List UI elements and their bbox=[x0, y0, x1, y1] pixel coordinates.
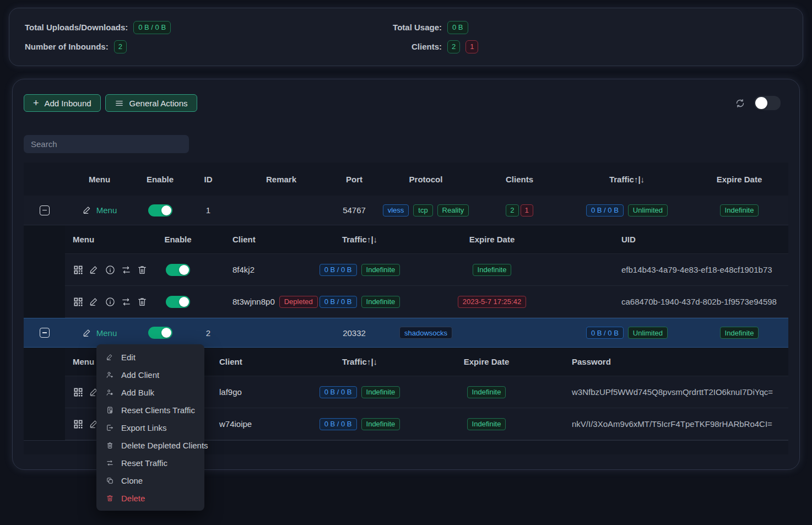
traffic-badge: 0 B / 0 B bbox=[586, 204, 624, 217]
header-traffic-sort[interactable]: Traffic↑|↓ bbox=[302, 235, 418, 244]
stat-total-uploads-downloads: Total Uploads/Downloads: 0 B / 0 B bbox=[25, 21, 389, 34]
header-uid: UID bbox=[566, 235, 788, 244]
inbound-menu-label: Menu bbox=[96, 328, 117, 338]
reset-traffic-icon[interactable] bbox=[121, 264, 132, 275]
search-input[interactable] bbox=[24, 135, 189, 153]
traffic-badge: 0 B / 0 B bbox=[320, 264, 357, 276]
client-name: 8t3wjnn8p0 bbox=[232, 297, 275, 306]
add-inbound-button[interactable]: + Add Inbound bbox=[24, 94, 101, 112]
number-of-inbounds-label: Number of Inbounds: bbox=[25, 42, 109, 51]
inbound-menu-button[interactable]: Menu bbox=[82, 328, 117, 338]
qr-code-icon[interactable] bbox=[73, 296, 84, 307]
toggle-knob bbox=[179, 265, 189, 275]
expire-badge: Indefinite bbox=[720, 204, 759, 217]
reset-traffic-icon[interactable] bbox=[121, 296, 132, 307]
client-name: laf9go bbox=[208, 387, 302, 397]
total-uploads-downloads-value: 0 B / 0 B bbox=[133, 21, 171, 34]
toggle-knob bbox=[755, 97, 767, 109]
header-traffic-sort[interactable]: Traffic↑|↓ bbox=[564, 175, 690, 184]
edit-client-icon[interactable] bbox=[89, 296, 100, 307]
client-name: w74ioipe bbox=[208, 419, 302, 429]
inbound-menu-button[interactable]: Menu bbox=[82, 205, 117, 215]
menu-item-reset-traffic[interactable]: Reset Traffic bbox=[96, 454, 204, 472]
delete-client-icon[interactable] bbox=[137, 264, 148, 275]
enable-toggle[interactable] bbox=[148, 327, 172, 339]
subtable-gutter bbox=[24, 225, 65, 318]
client-actions bbox=[73, 264, 148, 275]
clients-active-badge: 2 bbox=[506, 204, 518, 217]
clients-depleted-badge: 1 bbox=[521, 204, 533, 217]
client-uid: ca68470b-1940-437d-802b-1f9573e94598 bbox=[566, 297, 788, 306]
header-client: Client bbox=[208, 235, 302, 244]
menu-item-delete-depleted-clients[interactable]: Delete Depleted Clients bbox=[96, 436, 204, 454]
hamburger-icon bbox=[115, 99, 124, 108]
inbound-expire-cell: Indefinite bbox=[690, 204, 788, 217]
inbound-protocol-badges: vless tcp Reality bbox=[376, 204, 475, 217]
refresh-icon[interactable] bbox=[735, 98, 745, 109]
expire-badge: Indefinite bbox=[467, 418, 506, 430]
inbounds-table-header: Menu Enable ID Remark Port Protocol Clie… bbox=[24, 163, 788, 196]
clients-label: Clients: bbox=[389, 42, 442, 51]
reset-clients-traffic-icon bbox=[106, 406, 114, 414]
inbound-traffic-badges: 0 B / 0 B Unlimited bbox=[564, 327, 690, 339]
menu-item-export-links[interactable]: Export Links bbox=[96, 419, 204, 436]
quota-badge: Unlimited bbox=[628, 327, 668, 339]
transport-badge: tcp bbox=[413, 204, 432, 217]
qr-code-icon[interactable] bbox=[73, 387, 84, 398]
client-traffic-badges: 0 B / 0 B Indefinite bbox=[302, 264, 418, 276]
clone-icon bbox=[106, 477, 114, 485]
quota-badge: Indefinite bbox=[361, 264, 400, 276]
traffic-badge: 0 B / 0 B bbox=[320, 418, 357, 430]
inbound-protocol-badges: shadowsocks bbox=[376, 327, 475, 339]
header-client: Client bbox=[208, 357, 302, 366]
menu-item-clone[interactable]: Clone bbox=[96, 472, 204, 489]
plus-icon: + bbox=[33, 98, 39, 108]
delete-icon bbox=[106, 494, 114, 502]
header-traffic-sort[interactable]: Traffic↑|↓ bbox=[302, 357, 418, 366]
inbound-row-1: Menu 1 54767 vless tcp Reality 2 1 0 B /… bbox=[24, 196, 788, 225]
quota-badge: Unlimited bbox=[628, 204, 668, 217]
total-usage-value: 0 B bbox=[447, 21, 468, 34]
edit-client-icon[interactable] bbox=[89, 264, 100, 275]
collapse-row-button[interactable] bbox=[40, 328, 50, 338]
quota-badge: Indefinite bbox=[361, 296, 400, 308]
general-actions-button[interactable]: General Actions bbox=[105, 94, 197, 112]
header-port: Port bbox=[332, 175, 376, 184]
enable-toggle[interactable] bbox=[166, 296, 190, 308]
inbound-port: 20332 bbox=[332, 328, 376, 338]
clients-subtable-vless: Menu Enable Client Traffic↑|↓ Expire Dat… bbox=[24, 225, 788, 318]
delete-client-icon[interactable] bbox=[137, 296, 148, 307]
menu-item-add-bulk[interactable]: Add Bulk bbox=[96, 383, 204, 401]
stat-clients: Clients: 2 1 bbox=[389, 40, 478, 53]
stat-number-of-inbounds: Number of Inbounds: 2 bbox=[25, 40, 389, 53]
header-clients[interactable]: Clients bbox=[475, 175, 564, 184]
collapse-row-button[interactable] bbox=[40, 205, 50, 215]
dark-mode-toggle[interactable] bbox=[754, 96, 781, 110]
menu-item-label: Reset Traffic bbox=[121, 458, 167, 468]
enable-toggle[interactable] bbox=[166, 264, 190, 276]
header-enable: Enable bbox=[148, 235, 208, 244]
menu-item-reset-clients-traffic[interactable]: Reset Clients Traffic bbox=[96, 401, 204, 419]
add-client-icon bbox=[106, 371, 114, 379]
subtable-gutter bbox=[24, 348, 65, 440]
enable-toggle[interactable] bbox=[148, 204, 172, 217]
toolbar-right bbox=[735, 96, 788, 110]
menu-item-label: Add Client bbox=[121, 370, 159, 380]
info-icon[interactable] bbox=[105, 264, 116, 275]
menu-item-edit[interactable]: Edit bbox=[96, 348, 204, 366]
edit-pencil-icon bbox=[82, 328, 93, 338]
total-uploads-downloads-label: Total Uploads/Downloads: bbox=[25, 23, 128, 32]
stats-left-column: Total Uploads/Downloads: 0 B / 0 B Numbe… bbox=[25, 21, 389, 53]
menu-item-delete[interactable]: Delete bbox=[96, 489, 204, 507]
menu-item-add-client[interactable]: Add Client bbox=[96, 366, 204, 383]
protocol-badge: shadowsocks bbox=[399, 327, 452, 339]
stat-total-usage: Total Usage: 0 B bbox=[389, 21, 478, 34]
header-expire-date: Expire Date bbox=[418, 235, 566, 244]
info-icon[interactable] bbox=[105, 296, 116, 307]
export-links-icon bbox=[106, 424, 114, 432]
delete-depleted-clients-icon bbox=[106, 441, 114, 450]
general-actions-label: General Actions bbox=[129, 99, 188, 108]
qr-code-icon[interactable] bbox=[73, 264, 84, 275]
protocol-badge: vless bbox=[383, 204, 409, 217]
qr-code-icon[interactable] bbox=[73, 419, 84, 430]
